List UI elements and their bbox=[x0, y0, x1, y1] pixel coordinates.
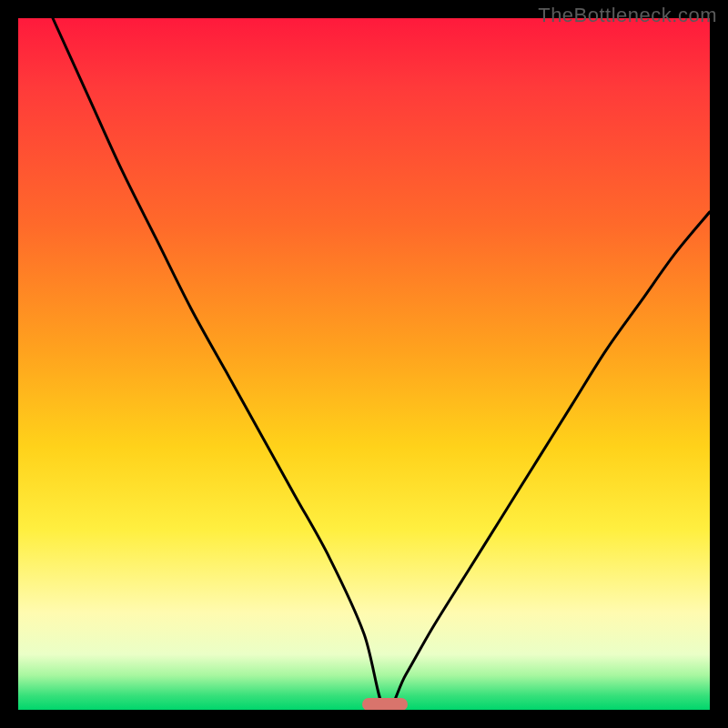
minimum-marker bbox=[362, 698, 408, 710]
bottleneck-curve bbox=[18, 18, 710, 710]
watermark-text: TheBottleneck.com bbox=[538, 4, 717, 27]
plot-area bbox=[18, 18, 710, 710]
chart-frame: TheBottleneck.com bbox=[0, 0, 728, 728]
